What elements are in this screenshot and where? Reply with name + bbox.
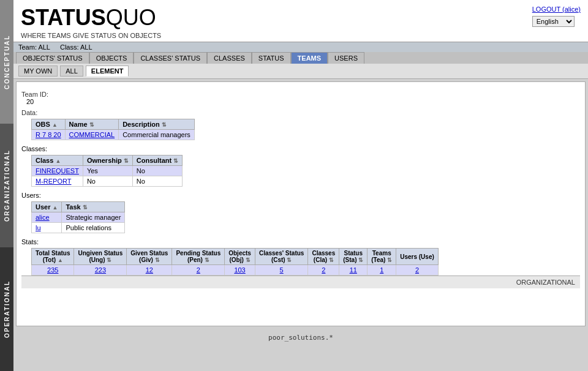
conceptual-label: CONCEPTUAL <box>0 0 13 124</box>
bottom-bar: ORGANIZATIONAL <box>21 275 580 288</box>
logo-normal: QUO <box>106 5 156 30</box>
col-status-sub: (Sta) <box>343 257 356 263</box>
stat-given-link[interactable]: 12 <box>146 266 153 274</box>
stat-cst-link[interactable]: 5 <box>280 266 284 274</box>
sort-arrow-task: ⇅ <box>83 204 88 211</box>
col-total-status[interactable]: Total Status(Tot) ▲ <box>32 249 74 265</box>
col-objects[interactable]: Objects(Obj) ⇅ <box>225 249 255 265</box>
user-link-1[interactable]: alice <box>36 214 50 221</box>
language-selector-container: English Français <box>532 16 581 27</box>
tab-users[interactable]: USERS <box>328 52 364 64</box>
stat-users-link[interactable]: 2 <box>415 266 419 274</box>
sort-arrow-given: ⇅ <box>155 257 160 263</box>
sort-arrow-total: ▲ <box>58 257 63 263</box>
team-id-value: 20 <box>26 98 580 105</box>
stat-status: 11 <box>339 265 368 275</box>
col-cst-sub: (Cst) <box>271 257 285 263</box>
sort-arrow-cst: ⇅ <box>287 257 292 263</box>
sort-arrow-class: ▲ <box>55 158 61 164</box>
stat-ungiven: 223 <box>74 265 127 275</box>
col-status[interactable]: Status(Sta) ⇅ <box>339 249 368 265</box>
sub-tab-element[interactable]: ELEMENT <box>86 66 129 77</box>
user-task-1: Strategic manager <box>62 212 125 223</box>
class-name-2: M-REPORT <box>32 176 83 187</box>
logo-bold: STATUS <box>21 5 106 30</box>
logout-link[interactable]: LOGOUT (alice) <box>532 6 581 13</box>
col-ownership[interactable]: Ownership ⇅ <box>83 156 132 166</box>
col-classes[interactable]: Classes(Cla) ⇅ <box>308 249 339 265</box>
user-task-2: Public relations <box>62 223 125 233</box>
data-obs: R 7 8 20 <box>32 130 66 140</box>
stat-ungiven-link[interactable]: 223 <box>95 266 106 274</box>
data-table: OBS ▲ Name ⇅ Description ⇅ R 7 8 20 COMM… <box>31 119 195 140</box>
header-top-right: LOGOUT (alice) English Français <box>532 5 581 27</box>
nav-bar: Team: ALL Class: ALL OBJECTS' STATUS OBJ… <box>13 42 588 64</box>
sort-arrow-ownership: ⇅ <box>124 158 129 164</box>
tab-teams[interactable]: TEAMS <box>291 52 328 64</box>
class-consultant-2: No <box>132 176 183 187</box>
tab-classes[interactable]: CLASSES <box>207 52 252 64</box>
stats-table: Total Status(Tot) ▲ Ungiven Status(Ung) … <box>31 248 439 275</box>
class-link-2[interactable]: M-REPORT <box>36 178 71 185</box>
team-label: Team: ALL <box>18 43 50 51</box>
stat-pending-link[interactable]: 2 <box>197 266 200 274</box>
obs-link[interactable]: R 7 8 20 <box>36 131 61 138</box>
col-ungiven-status[interactable]: Ungiven Status(Ung) ⇅ <box>74 249 127 265</box>
stat-objects-link[interactable]: 103 <box>234 266 245 274</box>
col-class[interactable]: Class ▲ <box>32 156 83 166</box>
col-ungiven-sub: (Ung) <box>89 257 105 263</box>
tab-status[interactable]: STATUS <box>252 52 291 64</box>
user-link-2[interactable]: lu <box>36 224 41 231</box>
col-teams-sub: (Tea) <box>371 257 385 263</box>
col-obs[interactable]: OBS ▲ <box>32 119 66 130</box>
stat-teams: 1 <box>368 265 396 275</box>
content: Team ID: 20 Data: OBS ▲ Name ⇅ Descripti… <box>16 81 586 326</box>
stat-classes-link[interactable]: 2 <box>322 266 325 274</box>
sub-tab-all[interactable]: ALL <box>60 66 83 77</box>
sort-arrow-ungiven: ⇅ <box>107 257 111 263</box>
footer: poor_solutions.* <box>13 329 588 347</box>
language-select[interactable]: English Français <box>532 16 575 27</box>
team-class-row: Team: ALL Class: ALL <box>13 42 588 52</box>
name-link[interactable]: COMMERCIAL <box>69 131 115 138</box>
stat-total-link[interactable]: 235 <box>47 266 58 274</box>
data-name-cell: COMMERCIAL <box>65 130 119 140</box>
col-pending-sub: (Pen) <box>187 257 203 263</box>
stats-row: 235 223 12 2 103 5 2 11 1 2 <box>32 265 439 275</box>
tab-objects[interactable]: OBJECTS <box>89 52 134 64</box>
col-pending-status[interactable]: Pending Status(Pen) ⇅ <box>172 249 225 265</box>
sort-arrow-pending: ⇅ <box>205 257 209 263</box>
col-name[interactable]: Name ⇅ <box>65 119 119 130</box>
col-given-sub: (Giv) <box>139 257 153 263</box>
col-total-sub: (Tot) <box>43 257 56 263</box>
col-description[interactable]: Description ⇅ <box>119 119 195 130</box>
sort-arrow-description: ⇅ <box>162 122 167 128</box>
header: STATUSQUO WHERE TEAMS GIVE STATUS ON OBJ… <box>13 0 588 42</box>
side-labels: CONCEPTUAL ORGANIZATIONAL OPERATIONAL <box>0 0 13 371</box>
col-classes-status[interactable]: Classes' Status(Cst) ⇅ <box>255 249 308 265</box>
sort-arrow-consultant: ⇅ <box>173 158 178 164</box>
users-label: Users: <box>21 192 580 199</box>
tab-classes-status[interactable]: CLASSES' STATUS <box>134 52 207 64</box>
col-task[interactable]: Task ⇅ <box>62 202 125 212</box>
classes-table: Class ▲ Ownership ⇅ Consultant ⇅ FINREQU… <box>31 155 183 187</box>
team-id-label: Team ID: <box>21 91 580 98</box>
class-link-1[interactable]: FINREQUEST <box>36 167 79 174</box>
data-description: Commercial managers <box>119 130 195 140</box>
stat-classes-status: 5 <box>255 265 308 275</box>
sort-arrow-classes: ⇅ <box>329 257 334 263</box>
col-given-status[interactable]: Given Status(Giv) ⇅ <box>127 249 172 265</box>
operational-label: OPERATIONAL <box>0 247 13 371</box>
col-consultant[interactable]: Consultant ⇅ <box>132 156 183 166</box>
col-user[interactable]: User ▲ <box>32 202 62 212</box>
col-teams[interactable]: Teams(Tea) ⇅ <box>368 249 396 265</box>
class-consultant-1: No <box>132 166 183 176</box>
sort-arrow-obs: ▲ <box>52 122 58 128</box>
stat-status-link[interactable]: 11 <box>350 266 357 274</box>
class-name-1: FINREQUEST <box>32 166 83 176</box>
stat-teams-link[interactable]: 1 <box>380 266 383 274</box>
sort-arrow-objects: ⇅ <box>246 257 251 263</box>
tab-objects-status[interactable]: OBJECTS' STATUS <box>16 52 89 64</box>
sub-tab-my-own[interactable]: MY OWN <box>18 66 58 77</box>
stat-classes: 2 <box>308 265 339 275</box>
